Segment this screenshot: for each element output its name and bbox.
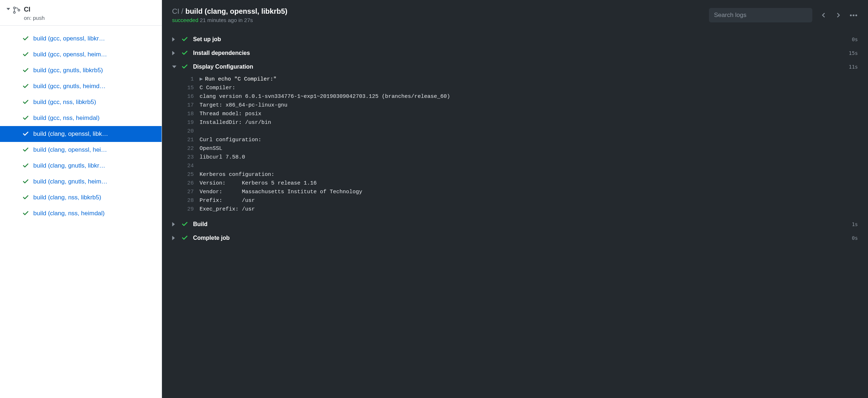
step-row[interactable]: Set up job0s bbox=[162, 33, 868, 46]
caret-right-icon: ▶ bbox=[200, 76, 203, 82]
log-line: 17Target: x86_64-pc-linux-gnu bbox=[184, 101, 868, 110]
step-name: Set up job bbox=[193, 36, 847, 43]
job-item[interactable]: build (gcc, nss, heimdal) bbox=[0, 110, 162, 126]
line-number: 25 bbox=[184, 170, 200, 179]
timing-text: 21 minutes ago in 27s bbox=[198, 17, 253, 23]
job-label: build (gcc, gnutls, libkrb5) bbox=[33, 67, 103, 74]
job-label: build (clang, openssl, libk… bbox=[33, 130, 108, 138]
step-duration: 1s bbox=[852, 221, 858, 227]
step-row[interactable]: Complete job0s bbox=[162, 231, 868, 245]
step-name: Build bbox=[193, 221, 847, 228]
job-item[interactable]: build (clang, gnutls, heim… bbox=[0, 174, 162, 190]
job-item[interactable]: build (gcc, openssl, libkr… bbox=[0, 31, 162, 47]
job-item[interactable]: build (gcc, gnutls, heimd… bbox=[0, 78, 162, 94]
svg-point-5 bbox=[855, 14, 857, 16]
job-label: build (gcc, openssl, libkr… bbox=[33, 35, 105, 42]
steps-list: Set up job0sInstall dependencies15sDispl… bbox=[162, 30, 868, 398]
step-name: Display Configuration bbox=[193, 64, 844, 70]
workflow-subtitle: on: push bbox=[24, 15, 45, 21]
log-text: Target: x86_64-pc-linux-gnu bbox=[200, 101, 287, 110]
log-line: 16clang version 6.0.1-svn334776-1~exp1~2… bbox=[184, 92, 868, 101]
caret-right-icon bbox=[172, 222, 176, 226]
log-text: Vendor: Massachusetts Institute of Techn… bbox=[200, 188, 362, 196]
caret-right-icon bbox=[172, 37, 176, 42]
prev-result-button[interactable] bbox=[819, 13, 828, 18]
log-text: Thread model: posix bbox=[200, 110, 261, 118]
svg-point-4 bbox=[853, 14, 855, 16]
search-box[interactable] bbox=[709, 8, 812, 22]
job-item[interactable]: build (clang, nss, heimdal) bbox=[0, 206, 162, 221]
log-line: 18Thread model: posix bbox=[184, 110, 868, 118]
check-icon bbox=[22, 194, 29, 201]
breadcrumb: CI / build (clang, openssl, libkrb5) suc… bbox=[172, 7, 702, 23]
check-icon bbox=[22, 178, 29, 185]
workflow-header: CI on: push bbox=[0, 0, 162, 26]
line-number: 17 bbox=[184, 101, 200, 110]
more-menu-button[interactable] bbox=[849, 14, 858, 16]
svg-point-1 bbox=[13, 12, 15, 13]
svg-point-3 bbox=[850, 14, 852, 16]
check-icon bbox=[181, 64, 188, 70]
check-icon bbox=[22, 210, 29, 217]
search-input[interactable] bbox=[714, 12, 807, 19]
job-item[interactable]: build (gcc, nss, libkrb5) bbox=[0, 94, 162, 110]
check-icon bbox=[22, 99, 29, 105]
line-number: 26 bbox=[184, 179, 200, 188]
main-panel: CI / build (clang, openssl, libkrb5) suc… bbox=[162, 0, 868, 398]
line-number: 22 bbox=[184, 144, 200, 153]
log-line: 29Exec_prefix: /usr bbox=[184, 205, 868, 214]
line-number: 24 bbox=[184, 162, 200, 170]
job-item[interactable]: build (gcc, gnutls, libkrb5) bbox=[0, 62, 162, 78]
line-number: 27 bbox=[184, 188, 200, 196]
log-line: 19InstalledDir: /usr/bin bbox=[184, 118, 868, 127]
log-line: 25Kerberos configuration: bbox=[184, 170, 868, 179]
log-text: Curl configuration: bbox=[200, 136, 261, 144]
caret-down-icon[interactable] bbox=[7, 8, 10, 10]
line-number: 15 bbox=[184, 84, 200, 92]
topbar: CI / build (clang, openssl, libkrb5) suc… bbox=[162, 0, 868, 30]
line-number: 29 bbox=[184, 205, 200, 214]
step-duration: 11s bbox=[849, 64, 858, 70]
log-line: 26Version: Kerberos 5 release 1.16 bbox=[184, 179, 868, 188]
log-text: libcurl 7.58.0 bbox=[200, 153, 245, 162]
job-item[interactable]: build (clang, gnutls, libkr… bbox=[0, 158, 162, 174]
line-number: 1 bbox=[184, 75, 200, 84]
check-icon bbox=[22, 131, 29, 137]
job-label: build (clang, openssl, hei… bbox=[33, 146, 107, 153]
log-text: Version: Kerberos 5 release 1.16 bbox=[200, 179, 317, 188]
svg-point-2 bbox=[18, 9, 20, 11]
line-number: 21 bbox=[184, 136, 200, 144]
job-item[interactable]: build (clang, nss, libkrb5) bbox=[0, 190, 162, 206]
status-text: succeeded bbox=[172, 17, 198, 23]
line-number: 23 bbox=[184, 153, 200, 162]
job-item[interactable]: build (gcc, openssl, heim… bbox=[0, 47, 162, 62]
line-number: 18 bbox=[184, 110, 200, 118]
caret-right-icon bbox=[172, 236, 176, 240]
step-row[interactable]: Display Configuration11s bbox=[162, 60, 868, 74]
line-number: 19 bbox=[184, 118, 200, 127]
job-label: build (clang, nss, libkrb5) bbox=[33, 194, 101, 201]
check-icon bbox=[22, 35, 29, 42]
log-text: clang version 6.0.1-svn334776-1~exp1~201… bbox=[200, 92, 450, 101]
step-row[interactable]: Install dependencies15s bbox=[162, 46, 868, 60]
log-text: InstalledDir: /usr/bin bbox=[200, 118, 271, 127]
job-label: build (gcc, openssl, heim… bbox=[33, 51, 107, 58]
job-label: build (gcc, nss, libkrb5) bbox=[33, 99, 96, 106]
step-name: Complete job bbox=[193, 235, 847, 241]
caret-down-icon bbox=[172, 65, 176, 68]
step-row[interactable]: Build1s bbox=[162, 217, 868, 231]
job-label: build (clang, gnutls, libkr… bbox=[33, 162, 105, 169]
log-text: Kerberos configuration: bbox=[200, 170, 274, 179]
job-item[interactable]: build (clang, openssl, libk… bbox=[0, 126, 162, 142]
log-line: 23libcurl 7.58.0 bbox=[184, 153, 868, 162]
next-result-button[interactable] bbox=[834, 13, 843, 18]
job-list: build (gcc, openssl, libkr…build (gcc, o… bbox=[0, 26, 162, 226]
step-duration: 0s bbox=[852, 36, 858, 42]
check-icon bbox=[22, 67, 29, 74]
job-label: build (gcc, nss, heimdal) bbox=[33, 114, 99, 122]
check-icon bbox=[22, 115, 29, 121]
job-item[interactable]: build (clang, openssl, hei… bbox=[0, 142, 162, 158]
log-line[interactable]: 1▶Run echo "C Compiler:" bbox=[184, 75, 868, 84]
step-duration: 0s bbox=[852, 235, 858, 241]
workflow-title: CI bbox=[24, 6, 45, 13]
